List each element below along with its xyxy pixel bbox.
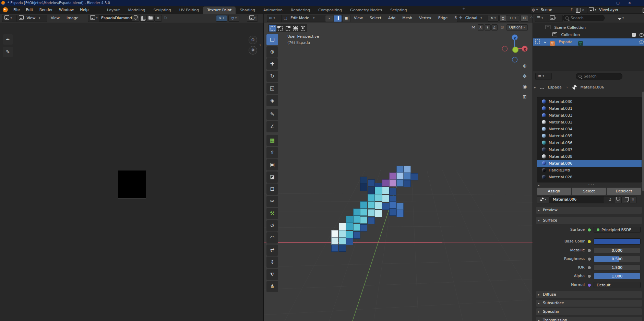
scene-selector[interactable]: ◍ ▾ Scene ⚐ × [530, 7, 588, 13]
image-menu-image[interactable]: Image [63, 14, 82, 23]
visibility-eye-icon[interactable] [639, 33, 644, 37]
panel-diffuse[interactable]: ▸Diffuse [536, 291, 642, 298]
sword-cube[interactable] [389, 209, 396, 216]
minimize-button[interactable]: ─ [601, 0, 611, 6]
tool-extrude-region[interactable]: ⇧ [266, 147, 278, 158]
surface-field[interactable]: Principled BSDF [594, 227, 641, 233]
outliner-row-collection[interactable]: Collection ✓ [533, 31, 644, 38]
sword-cube[interactable] [375, 202, 382, 209]
sword-cube[interactable] [404, 173, 411, 180]
panel-specular[interactable]: ▸Specular [536, 308, 642, 315]
sword-cube[interactable] [346, 223, 353, 230]
sword-cube[interactable] [360, 216, 367, 224]
tool-poly-build[interactable]: ⚒ [266, 208, 278, 219]
sword-cube[interactable] [411, 173, 418, 180]
sword-cube[interactable] [404, 180, 411, 187]
sword-cube[interactable] [339, 245, 346, 252]
sword-cube[interactable] [382, 195, 389, 202]
tool-shear[interactable]: ⧨ [266, 269, 278, 280]
normal-field[interactable]: Default [594, 282, 641, 288]
viewport-ortho-toggle-icon[interactable]: ⊞ [521, 94, 528, 99]
tool-select-box[interactable]: ▢ [266, 34, 278, 45]
workspace-tab-geometry-nodes[interactable]: Geometry Nodes [346, 7, 386, 14]
viewport-menu-add[interactable]: Add [385, 14, 399, 23]
snap-with-dropdown[interactable]: ⊦⊦ ▾ [507, 15, 519, 22]
material-slot-material-033[interactable]: Material.033 [537, 112, 642, 119]
pin-icon[interactable]: ⚐ [164, 14, 167, 23]
properties-scrollbar[interactable] [642, 92, 644, 191]
viewport-pan-icon[interactable]: ✥ [521, 73, 528, 79]
menu-render[interactable]: Render [36, 6, 56, 14]
pan-hand-button[interactable]: ✥ [249, 46, 257, 55]
workspace-tab-animation[interactable]: Animation [259, 7, 287, 14]
overlay-toggle[interactable]: ◔ ▾ [228, 15, 239, 22]
sword-cube[interactable] [396, 166, 404, 173]
mirror-x-button[interactable]: X [478, 24, 484, 31]
menu-window[interactable]: Window [56, 6, 77, 14]
sword-cube[interactable] [360, 224, 367, 231]
breadcrumb-object[interactable]: Espada [548, 85, 562, 90]
material-slot-material-034[interactable]: Material.034 [537, 126, 642, 133]
properties-editor-type-button[interactable]: ≔ ▾ [535, 73, 552, 80]
menu-file[interactable]: File [10, 6, 23, 14]
outliner-display-mode-button[interactable]: ▾ [548, 15, 563, 22]
viewlayer-selector[interactable]: ▾ ViewLayer [587, 7, 644, 13]
sword-cube[interactable] [346, 216, 353, 223]
sword-cube[interactable] [389, 173, 396, 180]
uv-gizmo-toggle[interactable]: ➤ ▾ [216, 15, 227, 22]
sword-cube[interactable] [346, 238, 353, 245]
outliner-search-input[interactable]: Search [563, 15, 605, 21]
sword-cube[interactable] [353, 224, 360, 231]
sword-cube[interactable] [382, 187, 389, 194]
add-workspace-button[interactable]: + [460, 7, 468, 14]
sword-cube[interactable] [331, 245, 338, 252]
viewport-menu-mesh[interactable]: Mesh [399, 14, 416, 23]
workspace-tab-rendering[interactable]: Rendering [287, 7, 314, 14]
menu-help[interactable]: Help [77, 6, 92, 14]
specials-expander-icon[interactable]: ▸ [538, 183, 540, 187]
sword-cube[interactable] [368, 194, 375, 201]
workspace-tab-texture-paint[interactable]: Texture Paint [203, 7, 236, 14]
unlink-image-button[interactable]: × [154, 15, 162, 22]
visibility-eye-icon[interactable] [639, 40, 644, 44]
image-menu-view[interactable]: View [47, 14, 63, 23]
select-button[interactable]: Select [572, 188, 606, 195]
base-color-swatch[interactable] [594, 238, 641, 245]
snap-increment-icon[interactable]: ⊡ [501, 25, 504, 29]
tool-rip-region[interactable]: ⋔ [266, 281, 278, 292]
window-close-button[interactable]: × [625, 0, 634, 6]
material-slot-material-032[interactable]: Material.032 [537, 119, 642, 126]
mirror-y-button[interactable]: Y [485, 24, 491, 31]
filter-icon[interactable] [618, 17, 622, 21]
workspace-tab-modeling[interactable]: Modeling [124, 7, 149, 14]
add-viewlayer-icon[interactable] [643, 9, 644, 13]
sword-cube[interactable] [382, 179, 389, 187]
sword-cube[interactable] [404, 166, 411, 173]
properties-search-input[interactable]: Search [576, 73, 622, 80]
select-extend[interactable] [276, 25, 284, 32]
material-slot-material-031[interactable]: Material.031 [537, 105, 642, 112]
viewport-menu-edge[interactable]: Edge [435, 14, 451, 23]
alpha-slider[interactable]: 1.000 [594, 273, 641, 279]
image-name-field[interactable]: EspadaDiamond [99, 15, 135, 22]
viewport-camera-icon[interactable]: ◉ [521, 84, 528, 89]
material-slot-material-035[interactable]: Material.035 [537, 133, 642, 140]
workspace-tab-shading[interactable]: Shading [236, 7, 259, 14]
metallic-slider[interactable]: 0.000 [594, 247, 641, 253]
ior-slider[interactable]: 1.500 [594, 264, 641, 271]
select-intersect[interactable] [299, 25, 307, 32]
tool-smooth[interactable]: ◠ [266, 232, 278, 243]
sword-cube[interactable] [339, 230, 346, 237]
workspace-tab-compositing[interactable]: Compositing [314, 7, 346, 14]
material-slot-material-037[interactable]: Material.037 [537, 146, 642, 153]
select-difference[interactable] [291, 25, 299, 32]
sword-cube[interactable] [396, 203, 404, 210]
tool-knife[interactable]: ✂ [266, 196, 278, 207]
sword-cube[interactable] [360, 177, 367, 184]
outliner-row-scene-collection[interactable]: Scene Collection [533, 24, 644, 31]
vertex-select-button[interactable]: ⬩ [325, 15, 333, 22]
browse-material-dropdown[interactable]: ▾ [537, 197, 550, 203]
collection-checkbox[interactable]: ✓ [632, 33, 636, 37]
mirror-z-button[interactable]: Z [491, 24, 498, 31]
material-slot-material-036[interactable]: Material.036 [537, 140, 642, 146]
